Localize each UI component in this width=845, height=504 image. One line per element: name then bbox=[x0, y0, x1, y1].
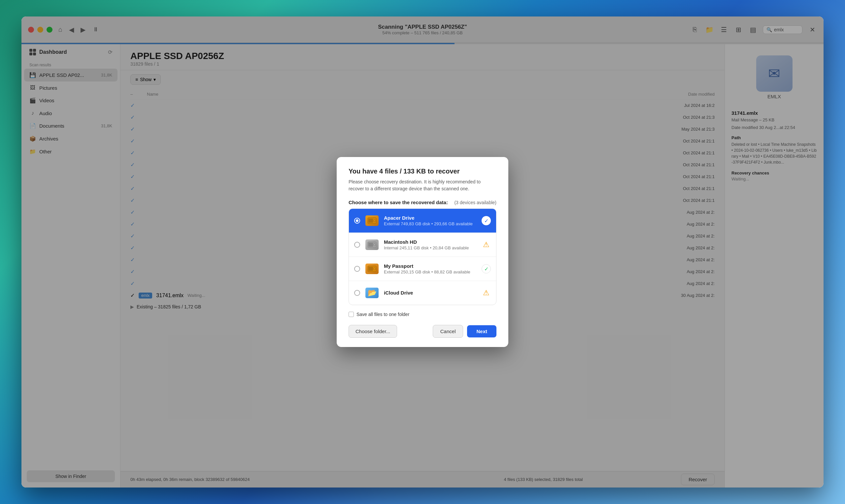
device-name-apacer: Apacer Drive bbox=[384, 215, 477, 221]
save-all-checkbox[interactable] bbox=[349, 312, 354, 317]
cancel-button[interactable]: Cancel bbox=[433, 325, 463, 338]
modal-description: Please choose recovery destination. It i… bbox=[349, 178, 496, 192]
device-item-apacer[interactable]: Apacer Drive External 749,83 GB disk • 2… bbox=[349, 209, 496, 233]
devices-count: (3 devices available) bbox=[454, 200, 496, 205]
hdd-icon-apacer bbox=[365, 215, 379, 226]
device-detail-macintosh: Internal 245,11 GB disk • 20,84 GB avail… bbox=[384, 246, 477, 250]
recovery-modal: You have 4 files / 133 KB to recover Ple… bbox=[337, 157, 508, 347]
choose-folder-button[interactable]: Choose folder... bbox=[349, 325, 397, 338]
device-name-icloud: iCloud Drive bbox=[384, 290, 477, 295]
device-icon-macintosh bbox=[365, 237, 379, 252]
device-info-apacer: Apacer Drive External 749,83 GB disk • 2… bbox=[384, 215, 477, 226]
choose-label-text: Choose where to save the recovered data: bbox=[349, 200, 448, 205]
device-item-icloud[interactable]: 📂 iCloud Drive ⚠ bbox=[349, 281, 496, 305]
device-icon-icloud: 📂 bbox=[365, 286, 379, 300]
folder-icon-icloud: 📂 bbox=[365, 288, 379, 298]
svg-rect-5 bbox=[368, 243, 373, 247]
device-item-passport[interactable]: My Passport External 250,15 GB disk • 88… bbox=[349, 257, 496, 281]
device-info-passport: My Passport External 250,15 GB disk • 88… bbox=[384, 263, 477, 274]
device-status-icloud: ⚠ bbox=[481, 288, 491, 298]
device-item-macintosh[interactable]: Macintosh HD Internal 245,11 GB disk • 2… bbox=[349, 233, 496, 257]
modal-buttons: Choose folder... Cancel Next bbox=[349, 325, 496, 338]
modal-footer-options: Save all files to one folder bbox=[349, 312, 496, 317]
app-window: ⌂ ◀ ▶ ⏸ Scanning "APPLE SSD AP0256Z" 54%… bbox=[21, 17, 824, 487]
device-list: Apacer Drive External 749,83 GB disk • 2… bbox=[349, 209, 496, 305]
device-name-passport: My Passport bbox=[384, 263, 477, 269]
svg-point-3 bbox=[374, 220, 375, 221]
svg-rect-1 bbox=[368, 219, 373, 223]
save-all-text: Save all files to one folder bbox=[356, 312, 409, 317]
hdd-icon-passport bbox=[365, 264, 379, 274]
save-all-label[interactable]: Save all files to one folder bbox=[349, 312, 409, 317]
device-name-macintosh: Macintosh HD bbox=[384, 239, 477, 245]
device-radio-apacer bbox=[354, 218, 360, 223]
hdd-icon-macintosh bbox=[365, 239, 379, 250]
device-status-passport: ✓ bbox=[481, 264, 491, 273]
next-button[interactable]: Next bbox=[467, 325, 496, 338]
svg-point-11 bbox=[374, 268, 375, 269]
device-status-macintosh: ⚠ bbox=[481, 240, 491, 249]
device-status-apacer: ✓ bbox=[481, 216, 491, 225]
modal-title: You have 4 files / 133 KB to recover bbox=[349, 167, 496, 175]
device-detail-apacer: External 749,83 GB disk • 293,66 GB avai… bbox=[384, 221, 477, 226]
device-radio-passport bbox=[354, 266, 360, 272]
svg-rect-9 bbox=[368, 267, 373, 271]
device-info-icloud: iCloud Drive bbox=[384, 290, 477, 296]
modal-overlay: You have 4 files / 133 KB to recover Ple… bbox=[21, 17, 824, 487]
device-radio-icloud bbox=[354, 290, 360, 296]
device-radio-macintosh bbox=[354, 242, 360, 248]
device-icon-apacer bbox=[365, 213, 379, 228]
device-info-macintosh: Macintosh HD Internal 245,11 GB disk • 2… bbox=[384, 239, 477, 250]
device-icon-passport bbox=[365, 262, 379, 276]
device-detail-passport: External 250,15 GB disk • 88,82 GB avail… bbox=[384, 269, 477, 274]
svg-point-7 bbox=[374, 244, 375, 246]
modal-choose-label: Choose where to save the recovered data:… bbox=[349, 200, 496, 205]
